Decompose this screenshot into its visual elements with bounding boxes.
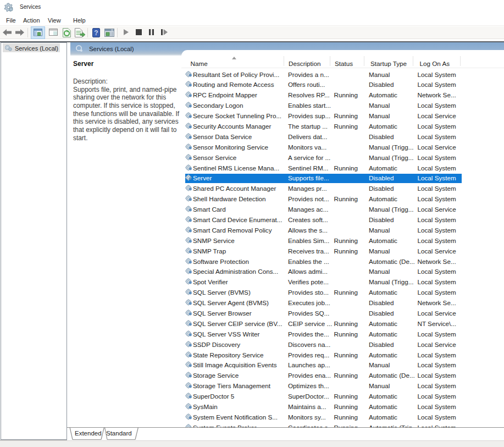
svg-text:?: ? xyxy=(94,29,98,37)
